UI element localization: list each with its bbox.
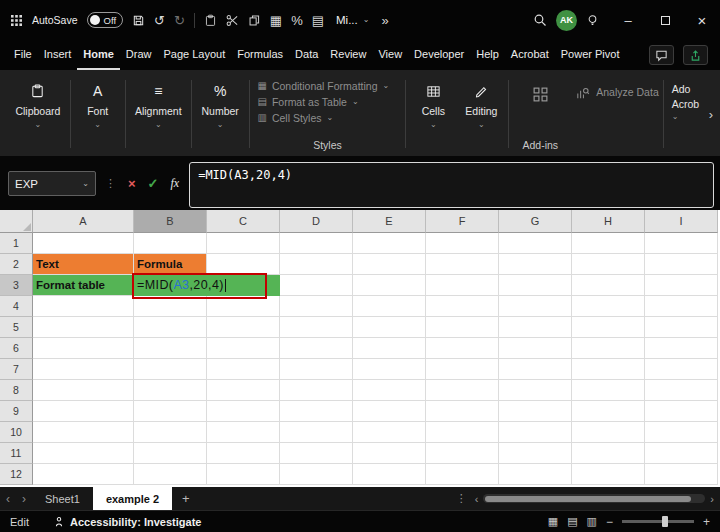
formula-input[interactable]: =MID(A3,20,4) (189, 162, 714, 208)
cell-F11[interactable] (426, 443, 499, 464)
minimize-button[interactable]: – (620, 13, 636, 28)
select-all-button[interactable] (0, 210, 33, 233)
cell-F12[interactable] (426, 464, 499, 485)
menu-tab-insert[interactable]: Insert (38, 40, 78, 70)
menu-tab-page-layout[interactable]: Page Layout (157, 40, 231, 70)
cell-D12[interactable] (280, 464, 353, 485)
ribbon-scroll-right[interactable]: › (706, 75, 716, 153)
sheet-nav-right-icon[interactable]: › (16, 492, 32, 506)
app-launcher-icon[interactable] (10, 14, 23, 27)
row-header-2[interactable]: 2 (0, 254, 33, 275)
new-sheet-button[interactable]: + (172, 491, 200, 506)
redo-icon[interactable]: ↻ (174, 14, 185, 27)
cell-F1[interactable] (426, 233, 499, 254)
cell-H2[interactable] (572, 254, 645, 275)
cell-A5[interactable] (33, 317, 134, 338)
row-header-8[interactable]: 8 (0, 380, 33, 401)
column-header-F[interactable]: F (426, 210, 499, 233)
autosave-toggle[interactable]: Off (87, 12, 124, 28)
cell-A11[interactable] (33, 443, 134, 464)
cell-E10[interactable] (353, 422, 426, 443)
avatar[interactable]: AK (556, 10, 577, 31)
cell-B10[interactable] (134, 422, 207, 443)
row-header-9[interactable]: 9 (0, 401, 33, 422)
tab-overflow-icon[interactable]: ⋮ (448, 492, 475, 505)
cell-E12[interactable] (353, 464, 426, 485)
menu-tab-power-pivot[interactable]: Power Pivot (555, 40, 626, 70)
scrollbar-thumb[interactable] (485, 496, 691, 502)
cell-I7[interactable] (645, 359, 718, 380)
menu-tab-help[interactable]: Help (470, 40, 505, 70)
cell-F5[interactable] (426, 317, 499, 338)
sheet-tab-sheet1[interactable]: Sheet1 (32, 487, 93, 510)
cell-C7[interactable] (207, 359, 280, 380)
cell-A7[interactable] (33, 359, 134, 380)
menu-tab-data[interactable]: Data (289, 40, 324, 70)
column-header-E[interactable]: E (353, 210, 426, 233)
cell-E3[interactable] (353, 275, 426, 296)
zoom-out-button[interactable]: − (606, 515, 613, 529)
acrobat-group[interactable]: Ado Acrob ⌄ (668, 75, 704, 153)
cell-B7[interactable] (134, 359, 207, 380)
page-layout-view-button[interactable]: ▤ (567, 515, 577, 528)
font-group-button[interactable]: A Font ⌄ (75, 75, 121, 153)
cell-G1[interactable] (499, 233, 572, 254)
cell-D1[interactable] (280, 233, 353, 254)
more-commands-icon[interactable]: » (381, 14, 388, 27)
paste-icon[interactable] (204, 14, 217, 27)
cell-I8[interactable] (645, 380, 718, 401)
menu-tab-developer[interactable]: Developer (408, 40, 470, 70)
column-header-C[interactable]: C (207, 210, 280, 233)
row-header-7[interactable]: 7 (0, 359, 33, 380)
cell-E1[interactable] (353, 233, 426, 254)
cell-B6[interactable] (134, 338, 207, 359)
cell-H7[interactable] (572, 359, 645, 380)
cell-A2[interactable]: Text (33, 254, 134, 275)
column-header-G[interactable]: G (499, 210, 572, 233)
cell-H11[interactable] (572, 443, 645, 464)
cell-E4[interactable] (353, 296, 426, 317)
row-header-1[interactable]: 1 (0, 233, 33, 254)
row-header-4[interactable]: 4 (0, 296, 33, 317)
cell-H3[interactable] (572, 275, 645, 296)
row-header-6[interactable]: 6 (0, 338, 33, 359)
cell-E11[interactable] (353, 443, 426, 464)
sheet-tab-example-2[interactable]: example 2 (93, 487, 172, 510)
cell-H12[interactable] (572, 464, 645, 485)
cell-E8[interactable] (353, 380, 426, 401)
zoom-slider-thumb[interactable] (662, 516, 668, 527)
add-ins-group[interactable]: Add-ins (513, 75, 567, 153)
row-header-10[interactable]: 10 (0, 422, 33, 443)
cell-D9[interactable] (280, 401, 353, 422)
row-header-11[interactable]: 11 (0, 443, 33, 464)
cells-group-button[interactable]: Cells ⌄ (410, 75, 456, 153)
cell-H9[interactable] (572, 401, 645, 422)
cell-D5[interactable] (280, 317, 353, 338)
cell-F3[interactable] (426, 275, 499, 296)
cell-A10[interactable] (33, 422, 134, 443)
save-icon[interactable] (132, 14, 145, 27)
page-break-view-button[interactable]: ▥ (587, 515, 597, 528)
cell-A3[interactable]: Format table (33, 275, 134, 296)
cell-H10[interactable] (572, 422, 645, 443)
cell-D6[interactable] (280, 338, 353, 359)
zoom-in-button[interactable]: + (703, 515, 710, 529)
cell-I6[interactable] (645, 338, 718, 359)
cell-F7[interactable] (426, 359, 499, 380)
cell-styles-button[interactable]: ▥ Cell Styles ⌄ (257, 112, 397, 124)
cell-H1[interactable] (572, 233, 645, 254)
menu-tab-home[interactable]: Home (77, 40, 120, 70)
cell-D10[interactable] (280, 422, 353, 443)
cell-B5[interactable] (134, 317, 207, 338)
cell-H6[interactable] (572, 338, 645, 359)
analyze-data-button[interactable]: Analyze Data (569, 75, 658, 153)
cell-I9[interactable] (645, 401, 718, 422)
cell-G7[interactable] (499, 359, 572, 380)
cell-B11[interactable] (134, 443, 207, 464)
cell-D4[interactable] (280, 296, 353, 317)
cell-A4[interactable] (33, 296, 134, 317)
cell-G12[interactable] (499, 464, 572, 485)
cell-C1[interactable] (207, 233, 280, 254)
cell-A6[interactable] (33, 338, 134, 359)
insert-function-icon[interactable]: fx (171, 176, 180, 191)
